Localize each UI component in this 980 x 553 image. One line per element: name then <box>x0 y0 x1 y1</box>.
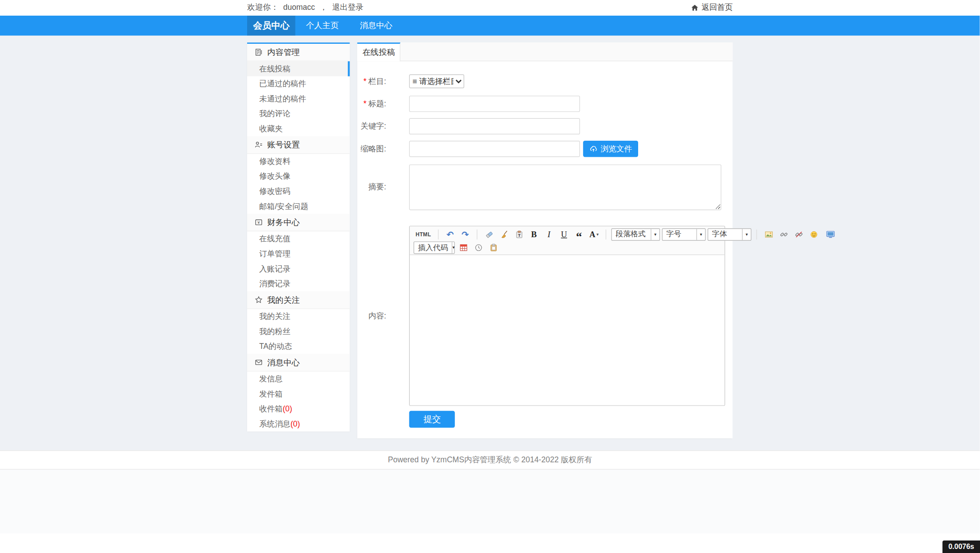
thumbnail-input[interactable] <box>409 141 580 157</box>
tabbar: 在线投稿 <box>358 42 733 61</box>
section-title: 财务中心 <box>267 217 300 228</box>
sidebar-item-edit-avatar[interactable]: 修改头像 <box>247 169 350 184</box>
back-home-label: 返回首页 <box>702 3 733 13</box>
page-body: 内容管理 在线投稿 已通过的稿件 未通过的稿件 我的评论 收藏夹 <box>0 36 980 450</box>
toolbar-separator <box>606 229 606 239</box>
category-label: *栏目: <box>358 76 409 87</box>
italic-button[interactable]: I <box>543 228 555 240</box>
sidebar-item-online-submission[interactable]: 在线投稿 <box>247 61 350 76</box>
sidebar-item-expense-records[interactable]: 消费记录 <box>247 276 350 292</box>
sidebar-item-my-comments[interactable]: 我的评论 <box>247 106 350 121</box>
sidebar-item-approved-articles[interactable]: 已通过的稿件 <box>247 76 350 92</box>
subfooter <box>0 469 980 533</box>
insert-code-select[interactable]: 插入代码 ▾ <box>414 241 455 254</box>
summary-label: 摘要: <box>358 182 409 193</box>
section-title: 我的关注 <box>267 294 300 306</box>
sidebar-item-my-following[interactable]: 我的关注 <box>247 309 350 324</box>
performance-time-badge: 0.0076s <box>942 540 980 553</box>
section-title: 内容管理 <box>267 46 300 58</box>
paste-plain-text-icon[interactable]: T <box>513 228 526 240</box>
sidebar-item-email-security[interactable]: 邮箱/安全问题 <box>247 199 350 214</box>
undo-icon[interactable]: ↶ <box>444 228 457 240</box>
rich-text-editor: HTML ↶ ↷ <box>409 226 725 406</box>
inbox-count: (0) <box>282 405 292 414</box>
welcome-separator: ， <box>320 3 328 12</box>
sidebar-item-rejected-articles[interactable]: 未通过的稿件 <box>247 91 350 106</box>
topbar: 欢迎你： duomacc ， 退出登录 返回首页 <box>0 0 980 16</box>
svg-text:¥: ¥ <box>257 220 261 225</box>
user-icon <box>255 141 263 149</box>
bold-button[interactable]: B <box>527 228 540 240</box>
sidebar-item-income-records[interactable]: 入账记录 <box>247 261 350 276</box>
sidebar-item-inbox[interactable]: 收件箱(0) <box>247 402 350 417</box>
welcome-prefix: 欢迎你： <box>247 3 278 12</box>
back-home-link[interactable]: 返回首页 <box>691 3 733 13</box>
font-size-select[interactable]: 字号 ▾ <box>662 228 706 240</box>
sidebar-item-change-password[interactable]: 修改密码 <box>247 184 350 199</box>
main-nav: 会员中心 个人主页 消息中心 <box>0 16 980 36</box>
html-source-button[interactable]: HTML <box>414 230 433 239</box>
fullscreen-icon[interactable] <box>824 228 837 240</box>
nav-item-message-center[interactable]: 消息中心 <box>349 16 403 36</box>
sidebar-item-ta-activities[interactable]: TA的动态 <box>247 339 350 354</box>
sidebar-section-account-settings: 账号设置 <box>247 136 350 154</box>
mail-icon <box>255 358 263 366</box>
section-title: 消息中心 <box>267 357 300 368</box>
title-label: *标题: <box>358 99 409 109</box>
submit-button[interactable]: 提交 <box>409 411 455 428</box>
tab-online-submission[interactable]: 在线投稿 <box>358 42 401 61</box>
underline-button[interactable]: U <box>557 228 570 240</box>
sidebar-section-finance-center: ¥ 财务中心 <box>247 214 350 231</box>
paste-icon[interactable] <box>487 241 500 254</box>
clock-icon[interactable] <box>472 241 485 254</box>
copyright-text: Powered by YzmCMS内容管理系统 © 2014-2022 版权所有 <box>388 455 592 465</box>
eraser-icon[interactable] <box>482 228 495 240</box>
svg-text:T: T <box>517 232 520 237</box>
insert-image-icon[interactable] <box>762 228 775 240</box>
chevron-down-icon: ▾ <box>597 232 599 237</box>
submission-form: *栏目: ≡ 请选择栏目 ≡ *标题: 关键字: 缩略图: <box>358 61 733 427</box>
thumbnail-label: 缩略图: <box>358 143 409 154</box>
logout-link[interactable]: 退出登录 <box>332 3 363 12</box>
nav-brand-member-center[interactable]: 会员中心 <box>247 16 295 36</box>
sidebar-item-favorites[interactable]: 收藏夹 <box>247 121 350 137</box>
browse-file-button[interactable]: 浏览文件 <box>583 141 638 157</box>
keywords-input[interactable] <box>409 118 580 134</box>
chevron-down-icon: ▾ <box>742 229 751 240</box>
sidebar-item-system-messages[interactable]: 系统消息(0) <box>247 416 350 432</box>
table-icon[interactable] <box>457 241 470 254</box>
wallet-icon: ¥ <box>255 218 263 226</box>
sidebar-item-edit-profile[interactable]: 修改资料 <box>247 154 350 169</box>
insert-link-icon[interactable] <box>777 228 790 240</box>
title-input[interactable] <box>409 96 580 112</box>
editor-toolbar: HTML ↶ ↷ <box>410 226 724 255</box>
font-name-select[interactable]: 字体 ▾ <box>707 228 751 240</box>
username-link[interactable]: duomacc <box>283 3 315 12</box>
editor-content-area[interactable] <box>410 255 724 405</box>
keywords-label: 关键字: <box>358 121 409 132</box>
blockquote-button[interactable]: “ <box>572 228 585 240</box>
chevron-down-icon: ▾ <box>651 229 660 240</box>
main-panel: 在线投稿 *栏目: ≡ 请选择栏目 ≡ *标题: 关键字: <box>358 42 733 438</box>
home-icon <box>691 4 699 12</box>
unlink-icon[interactable] <box>792 228 805 240</box>
sidebar-item-outbox[interactable]: 发件箱 <box>247 386 350 402</box>
paragraph-format-select[interactable]: 段落格式 ▾ <box>611 228 660 240</box>
toolbar-separator <box>757 229 757 239</box>
chevron-down-icon: ▾ <box>452 242 454 253</box>
nav-item-personal-home[interactable]: 个人主页 <box>295 16 349 36</box>
summary-textarea[interactable] <box>409 164 722 210</box>
clean-format-icon[interactable] <box>497 228 510 240</box>
sidebar-item-send-message[interactable]: 发信息 <box>247 372 350 387</box>
sidebar-section-my-following: 我的关注 <box>247 291 350 309</box>
emoticon-icon[interactable] <box>807 228 820 240</box>
sidebar-item-order-management[interactable]: 订单管理 <box>247 247 350 262</box>
redo-icon[interactable]: ↷ <box>458 228 471 240</box>
toolbar-separator <box>438 229 438 239</box>
font-color-button[interactable]: A▾ <box>588 228 601 240</box>
sidebar-item-my-fans[interactable]: 我的粉丝 <box>247 324 350 339</box>
sidebar: 内容管理 在线投稿 已通过的稿件 未通过的稿件 我的评论 收藏夹 <box>247 42 350 432</box>
star-icon <box>255 296 263 304</box>
sidebar-item-online-recharge[interactable]: 在线充值 <box>247 231 350 247</box>
category-select[interactable]: ≡ 请选择栏目 ≡ <box>409 75 464 88</box>
